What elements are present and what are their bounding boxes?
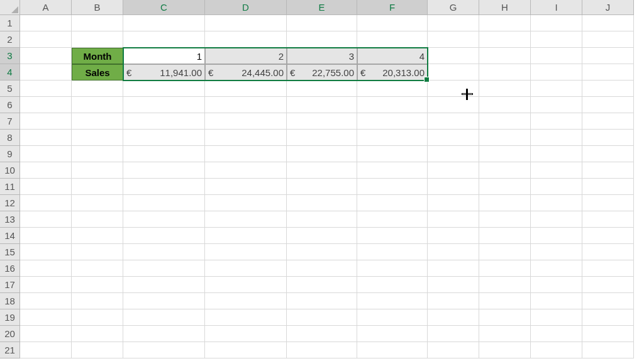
cell-A9[interactable] xyxy=(20,146,72,162)
cell-C13[interactable] xyxy=(123,211,205,228)
cell-A16[interactable] xyxy=(20,260,72,277)
cell-G16[interactable] xyxy=(428,260,479,277)
cell-I9[interactable] xyxy=(531,146,582,162)
cell-F8[interactable] xyxy=(357,130,428,146)
cell-C20[interactable] xyxy=(123,326,205,342)
row-header-3[interactable]: 3 xyxy=(0,48,20,64)
cell-B3[interactable]: Month xyxy=(72,48,123,64)
cell-E15[interactable] xyxy=(287,244,357,260)
cell-J3[interactable] xyxy=(582,48,634,64)
cell-C4[interactable]: €11,941.00 xyxy=(123,64,205,81)
cell-D20[interactable] xyxy=(205,326,287,342)
cell-G14[interactable] xyxy=(428,228,479,244)
cell-G11[interactable] xyxy=(428,179,479,195)
cell-C19[interactable] xyxy=(123,309,205,326)
cell-E14[interactable] xyxy=(287,228,357,244)
cell-E1[interactable] xyxy=(287,15,357,31)
row-header-13[interactable]: 13 xyxy=(0,211,20,228)
cell-F2[interactable] xyxy=(357,31,428,48)
cell-E20[interactable] xyxy=(287,326,357,342)
cell-E19[interactable] xyxy=(287,309,357,326)
cell-H2[interactable] xyxy=(479,31,531,48)
row-header-15[interactable]: 15 xyxy=(0,244,20,260)
cell-D3[interactable]: 2 xyxy=(205,48,287,64)
cell-A5[interactable] xyxy=(20,81,72,97)
cell-H16[interactable] xyxy=(479,260,531,277)
cell-C11[interactable] xyxy=(123,179,205,195)
cell-H8[interactable] xyxy=(479,130,531,146)
cell-J1[interactable] xyxy=(582,15,634,31)
cell-J9[interactable] xyxy=(582,146,634,162)
cell-D12[interactable] xyxy=(205,195,287,211)
cell-C6[interactable] xyxy=(123,97,205,113)
cell-E16[interactable] xyxy=(287,260,357,277)
cell-F7[interactable] xyxy=(357,113,428,130)
row-header-9[interactable]: 9 xyxy=(0,146,20,162)
cell-C12[interactable] xyxy=(123,195,205,211)
cell-G2[interactable] xyxy=(428,31,479,48)
cell-G4[interactable] xyxy=(428,64,479,81)
cell-A17[interactable] xyxy=(20,277,72,293)
cell-E2[interactable] xyxy=(287,31,357,48)
cell-J10[interactable] xyxy=(582,162,634,179)
cell-B5[interactable] xyxy=(72,81,123,97)
cell-F20[interactable] xyxy=(357,326,428,342)
cell-H6[interactable] xyxy=(479,97,531,113)
cell-I18[interactable] xyxy=(531,293,582,309)
cell-C9[interactable] xyxy=(123,146,205,162)
cell-J17[interactable] xyxy=(582,277,634,293)
cell-E7[interactable] xyxy=(287,113,357,130)
cell-G21[interactable] xyxy=(428,342,479,358)
row-header-1[interactable]: 1 xyxy=(0,15,20,31)
cell-D5[interactable] xyxy=(205,81,287,97)
row-header-18[interactable]: 18 xyxy=(0,293,20,309)
cell-C21[interactable] xyxy=(123,342,205,358)
row-header-16[interactable]: 16 xyxy=(0,260,20,277)
cell-A21[interactable] xyxy=(20,342,72,358)
cell-H5[interactable] xyxy=(479,81,531,97)
cell-J14[interactable] xyxy=(582,228,634,244)
column-header-G[interactable]: G xyxy=(428,0,479,15)
cell-D1[interactable] xyxy=(205,15,287,31)
cell-D10[interactable] xyxy=(205,162,287,179)
cell-J15[interactable] xyxy=(582,244,634,260)
cell-A14[interactable] xyxy=(20,228,72,244)
cell-A6[interactable] xyxy=(20,97,72,113)
cell-I14[interactable] xyxy=(531,228,582,244)
cell-H12[interactable] xyxy=(479,195,531,211)
cell-I2[interactable] xyxy=(531,31,582,48)
cell-I15[interactable] xyxy=(531,244,582,260)
cell-H9[interactable] xyxy=(479,146,531,162)
cell-I8[interactable] xyxy=(531,130,582,146)
cell-C16[interactable] xyxy=(123,260,205,277)
cell-J18[interactable] xyxy=(582,293,634,309)
row-header-17[interactable]: 17 xyxy=(0,277,20,293)
cell-B2[interactable] xyxy=(72,31,123,48)
cell-J16[interactable] xyxy=(582,260,634,277)
cell-B18[interactable] xyxy=(72,293,123,309)
select-all-corner[interactable] xyxy=(0,0,20,15)
cell-I3[interactable] xyxy=(531,48,582,64)
cell-B4[interactable]: Sales xyxy=(72,64,123,81)
cell-E5[interactable] xyxy=(287,81,357,97)
cell-D2[interactable] xyxy=(205,31,287,48)
cell-F9[interactable] xyxy=(357,146,428,162)
cell-D18[interactable] xyxy=(205,293,287,309)
column-header-C[interactable]: C xyxy=(123,0,205,15)
cell-F4[interactable]: €20,313.00 xyxy=(357,64,428,81)
cell-C15[interactable] xyxy=(123,244,205,260)
cell-J4[interactable] xyxy=(582,64,634,81)
cell-H14[interactable] xyxy=(479,228,531,244)
row-header-5[interactable]: 5 xyxy=(0,81,20,97)
cell-A4[interactable] xyxy=(20,64,72,81)
cell-D21[interactable] xyxy=(205,342,287,358)
cell-G12[interactable] xyxy=(428,195,479,211)
cell-A8[interactable] xyxy=(20,130,72,146)
cell-A18[interactable] xyxy=(20,293,72,309)
cell-H20[interactable] xyxy=(479,326,531,342)
cell-H1[interactable] xyxy=(479,15,531,31)
cell-B8[interactable] xyxy=(72,130,123,146)
row-header-11[interactable]: 11 xyxy=(0,179,20,195)
cell-G13[interactable] xyxy=(428,211,479,228)
row-header-7[interactable]: 7 xyxy=(0,113,20,130)
